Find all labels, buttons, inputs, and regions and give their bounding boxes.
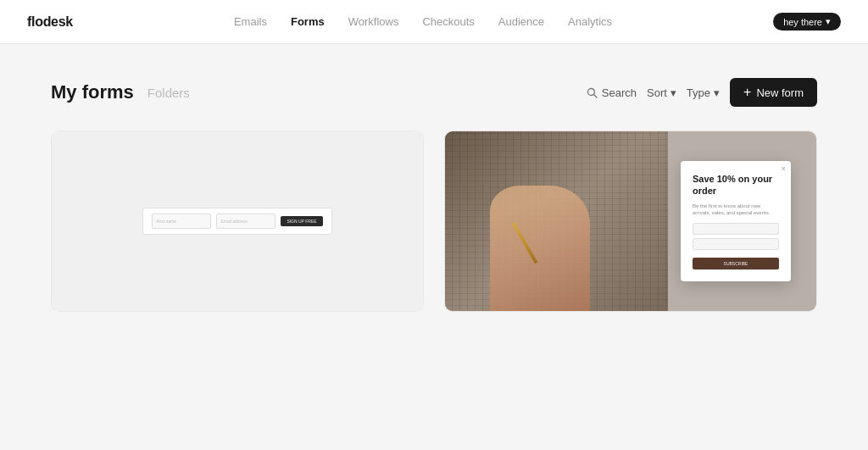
popup-modal-title: Save 10% on your order <box>693 173 779 197</box>
type-button[interactable]: Type ▾ <box>687 86 720 99</box>
nav-workflows[interactable]: Workflows <box>348 15 399 28</box>
form-card-ribbon[interactable]: First name Email address SIGN UP FREE Ri… <box>51 131 424 312</box>
user-menu-button[interactable]: hey there ▾ <box>773 13 841 31</box>
form-card-popup[interactable]: × Save 10% on your order Be the first to… <box>444 131 817 312</box>
hand-overlay <box>490 186 590 312</box>
ribbon-form-preview: First name Email address SIGN UP FREE <box>142 208 331 235</box>
search-icon <box>587 87 598 98</box>
folders-link[interactable]: Folders <box>147 86 190 100</box>
popup-card-footer: Popup with image 0 opt-ins <box>445 311 816 312</box>
main-content: My forms Folders Search Sort ▾ Type ▾ + <box>0 44 868 346</box>
popup-modal-preview: × Save 10% on your order Be the first to… <box>681 161 791 281</box>
ribbon-card-footer: Ribbon banner 0 opt-ins <box>52 311 423 312</box>
ribbon-signup-button: SIGN UP FREE <box>281 216 322 226</box>
popup-submit-button: SUBSCRIBE <box>693 258 779 269</box>
header: flodesk Emails Forms Workflows Checkouts… <box>0 0 868 44</box>
ribbon-first-name-field: First name <box>152 214 211 229</box>
sort-button[interactable]: Sort ▾ <box>647 86 676 99</box>
popup-close-icon: × <box>782 164 786 173</box>
nav-emails[interactable]: Emails <box>234 15 267 28</box>
page-header: My forms Folders Search Sort ▾ Type ▾ + <box>51 78 817 107</box>
svg-point-0 <box>587 88 594 95</box>
nav-analytics[interactable]: Analytics <box>568 15 612 28</box>
nav-checkouts[interactable]: Checkouts <box>422 15 474 28</box>
laptop-background <box>445 131 668 311</box>
ribbon-preview: First name Email address SIGN UP FREE <box>52 131 423 311</box>
nav: Emails Forms Workflows Checkouts Audienc… <box>234 15 612 28</box>
plus-icon: + <box>743 85 751 100</box>
new-form-button[interactable]: + New form <box>730 78 817 107</box>
ribbon-email-field: Email address <box>216 214 275 229</box>
sort-chevron-icon: ▾ <box>670 86 676 99</box>
forms-grid: First name Email address SIGN UP FREE Ri… <box>51 131 817 312</box>
nav-forms[interactable]: Forms <box>291 15 325 28</box>
page-header-left: My forms Folders <box>51 81 190 103</box>
popup-first-name-field <box>693 223 779 235</box>
logo: flodesk <box>27 14 73 30</box>
type-chevron-icon: ▾ <box>714 86 720 99</box>
popup-modal-desc: Be the first to know about new arrivals,… <box>693 203 779 217</box>
svg-line-1 <box>594 94 597 97</box>
search-button[interactable]: Search <box>587 86 637 99</box>
page-title: My forms <box>51 81 134 103</box>
header-right: hey there ▾ <box>773 13 841 31</box>
popup-email-field <box>693 238 779 250</box>
page-header-right: Search Sort ▾ Type ▾ + New form <box>587 78 817 107</box>
nav-audience[interactable]: Audience <box>498 15 544 28</box>
popup-preview: × Save 10% on your order Be the first to… <box>445 131 816 311</box>
